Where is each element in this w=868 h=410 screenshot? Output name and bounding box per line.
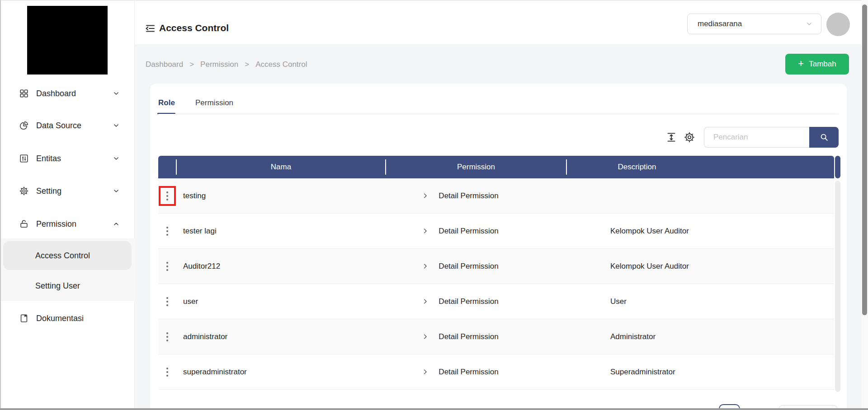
role-name: administrator — [176, 319, 386, 354]
chevron-down-icon — [806, 20, 813, 28]
role-name: Auditor212 — [176, 249, 386, 284]
breadcrumb-item-permission[interactable]: Permission — [200, 60, 238, 69]
breadcrumb-separator: > — [189, 60, 194, 69]
chevron-up-icon — [113, 220, 120, 228]
sidebar-item-setting[interactable]: Setting — [0, 182, 135, 200]
chevron-right-icon — [422, 368, 429, 375]
table-row: testing Detail Permission — [158, 178, 834, 214]
role-name: tester lagi — [176, 214, 386, 248]
page-scrollbar[interactable] — [862, 5, 867, 315]
kebab-menu-icon[interactable] — [159, 186, 176, 206]
pie-chart-icon — [19, 121, 29, 130]
chevron-down-icon — [113, 155, 120, 162]
detail-permission-label: Detail Permission — [439, 332, 498, 341]
sidebar-item-setting-user[interactable]: Setting User — [0, 274, 135, 298]
kebab-menu-icon[interactable] — [159, 221, 176, 241]
tab-permission[interactable]: Permission — [195, 98, 233, 107]
detail-permission-label: Detail Permission — [439, 191, 498, 200]
kebab-menu-icon[interactable] — [159, 292, 176, 312]
sidebar-item-label: Data Source — [36, 121, 81, 130]
workspace-select[interactable]: mediasarana — [687, 14, 821, 34]
menu-fold-icon[interactable] — [145, 23, 156, 34]
breadcrumb-item-access-control[interactable]: Access Control — [255, 60, 307, 69]
role-description: User — [566, 284, 834, 319]
sidebar-item-access-control[interactable]: Access Control — [0, 241, 135, 270]
search-input[interactable] — [704, 127, 809, 148]
table-row: administrator Detail Permission Administ… — [158, 319, 834, 354]
table-scrollbar[interactable] — [835, 181, 840, 392]
kebab-menu-icon[interactable] — [159, 327, 176, 347]
role-description: Kelompok User Auditor — [566, 214, 834, 248]
breadcrumb-separator: > — [245, 60, 249, 69]
search-icon — [819, 132, 829, 142]
detail-permission-label: Detail Permission — [439, 368, 498, 377]
column-header-actions — [158, 156, 176, 178]
role-description: Administrator — [566, 319, 834, 354]
breadcrumb-item-dashboard[interactable]: Dashboard — [146, 60, 183, 69]
chevron-right-icon — [422, 192, 429, 199]
sidebar-item-entitas[interactable]: Entitas — [0, 149, 135, 168]
table-scrollbar-header-cap — [835, 156, 840, 178]
chevron-right-icon — [422, 298, 429, 305]
table-header-row: Nama Permission Description — [158, 156, 834, 178]
detail-permission-label: Detail Permission — [439, 262, 498, 271]
detail-permission-link[interactable]: Detail Permission — [422, 262, 498, 271]
chevron-right-icon — [422, 263, 429, 270]
gear-icon — [19, 186, 29, 196]
app-window: Dashboard Data Source — [0, 0, 868, 410]
breadcrumb: Dashboard > Permission > Access Control — [146, 60, 307, 69]
row-height-icon[interactable] — [665, 131, 677, 143]
sidebar-item-label: Setting — [36, 186, 61, 196]
submenu-item-label: Setting User — [35, 281, 80, 291]
sidebar-item-label: Permission — [36, 219, 76, 229]
tabs-divider — [158, 114, 839, 114]
detail-permission-link[interactable]: Detail Permission — [422, 368, 498, 377]
sidebar-item-label: Dashboard — [36, 89, 76, 98]
detail-permission-link[interactable]: Detail Permission — [422, 227, 498, 236]
chevron-down-icon — [113, 187, 120, 195]
table-row: user Detail Permission User — [158, 284, 834, 319]
role-name: superadministrator — [176, 354, 386, 389]
role-description: Superadministrator — [566, 354, 834, 389]
sidebar-item-data-source[interactable]: Data Source — [0, 116, 135, 135]
window-left-edge — [0, 0, 1, 410]
workspace-select-value: mediasarana — [698, 19, 806, 28]
chevron-right-icon — [422, 228, 429, 234]
tab-role[interactable]: Role — [158, 98, 175, 107]
logo — [27, 6, 108, 75]
sidebar: Dashboard Data Source — [0, 0, 135, 410]
sidebar-item-label: Entitas — [36, 154, 61, 163]
role-name: user — [176, 284, 386, 319]
chevron-right-icon — [422, 333, 429, 340]
column-header-permission: Permission — [386, 156, 566, 178]
detail-permission-link[interactable]: Detail Permission — [422, 297, 498, 306]
detail-permission-label: Detail Permission — [439, 297, 498, 306]
avatar[interactable] — [826, 13, 850, 36]
sidebar-item-permission[interactable]: Permission — [0, 215, 135, 233]
add-button[interactable]: + Tambah — [785, 54, 849, 75]
grid-icon — [19, 89, 29, 98]
chevron-down-icon — [113, 122, 120, 129]
book-icon — [19, 313, 29, 323]
sidebar-item-dashboard[interactable]: Dashboard — [0, 84, 135, 102]
table-settings-gear-icon[interactable] — [684, 131, 695, 143]
detail-permission-label: Detail Permission — [439, 227, 498, 236]
column-header-nama: Nama — [176, 156, 386, 178]
table-row: Auditor212 Detail Permission Kelompok Us… — [158, 249, 834, 284]
role-description: Kelompok User Auditor — [566, 249, 834, 284]
detail-permission-link[interactable]: Detail Permission — [422, 191, 498, 200]
table-row: superadministrator Detail Permission Sup… — [158, 354, 834, 390]
window-top-edge — [0, 0, 868, 1]
sidebar-item-dokumentasi[interactable]: Dokumentasi — [0, 309, 135, 327]
submenu-item-label: Access Control — [35, 251, 90, 261]
sliders-icon — [19, 154, 29, 163]
kebab-menu-icon[interactable] — [159, 362, 176, 382]
roles-table: Nama Permission Description testing Deta… — [158, 156, 834, 390]
window-bottom-edge — [0, 408, 868, 410]
detail-permission-link[interactable]: Detail Permission — [422, 332, 498, 341]
kebab-menu-icon[interactable] — [159, 256, 176, 276]
plus-icon: + — [798, 59, 804, 69]
table-row: tester lagi Detail Permission Kelompok U… — [158, 214, 834, 249]
role-name: testing — [176, 178, 386, 213]
search-button[interactable] — [809, 127, 839, 148]
